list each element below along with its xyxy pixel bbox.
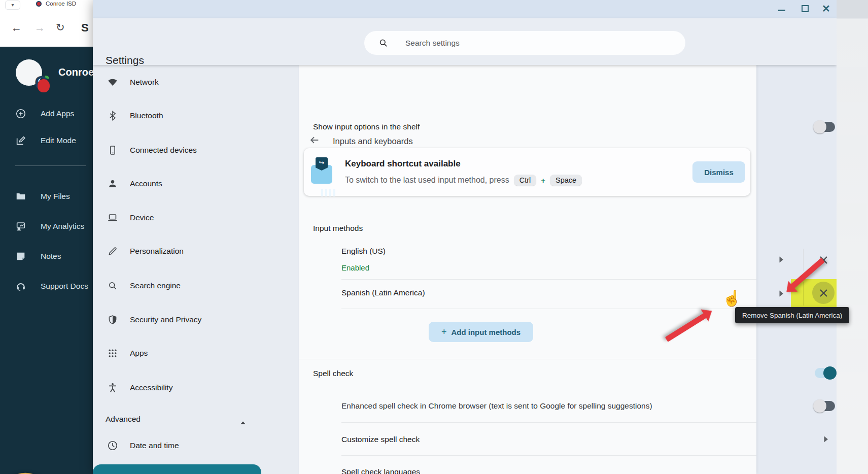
shortcut-description-text: To switch to the last used input method,…	[345, 176, 509, 185]
dismiss-button[interactable]: Dismiss	[692, 161, 745, 183]
sidebar-item-add-apps[interactable]: Add Apps	[0, 103, 93, 125]
minimize-icon[interactable]	[778, 10, 785, 11]
search-bar[interactable]	[364, 31, 685, 55]
pen-icon	[107, 246, 118, 257]
sidebar-item-notes[interactable]: Notes	[0, 245, 93, 267]
nav-label: Bluetooth	[130, 111, 163, 120]
sidebar-item-support-docs[interactable]: Support Docs	[0, 275, 93, 297]
browser-tab[interactable]: Conroe ISD	[46, 1, 76, 7]
browser-forward-button[interactable]: →	[34, 22, 45, 33]
close-x-icon	[819, 289, 828, 297]
folder-icon	[15, 191, 26, 202]
screen: ▾ Conroe ISD ← → ↻ S C Conroe Add Apps E…	[0, 0, 868, 474]
add-input-methods-button[interactable]: + Add input methods	[429, 322, 533, 342]
nav-label: Search engine	[130, 281, 181, 290]
settings-nav-search-engine[interactable]: Search engine	[93, 274, 299, 298]
settings-nav: Network Bluetooth Connected devices Acco…	[93, 65, 299, 474]
section-divider	[299, 359, 756, 359]
settings-header: Settings	[93, 18, 837, 65]
plus-circle-icon	[15, 108, 26, 119]
browser-reload-button[interactable]: ↻	[56, 22, 65, 32]
input-methods-label: Input methods	[313, 224, 363, 233]
person-icon	[107, 178, 118, 189]
search-input[interactable]	[404, 38, 648, 48]
ctrl-keycap: Ctrl	[514, 175, 537, 186]
show-input-options-toggle[interactable]	[815, 122, 835, 132]
settings-window: ✕ Settings Network Bluetooth Connected d…	[93, 0, 837, 474]
sidebar-item-my-files[interactable]: My Files	[0, 185, 93, 208]
life-preserver-image	[0, 464, 62, 474]
browser-chrome: ▾ Conroe ISD ← → ↻ S	[0, 0, 93, 47]
sidebar-item-label: Edit Mode	[41, 136, 76, 145]
settings-nav-accessibility[interactable]: Accessibility	[93, 376, 299, 400]
settings-nav-apps[interactable]: Apps	[93, 341, 299, 365]
address-bar-clipped: S	[81, 21, 93, 37]
desktop-background	[837, 0, 868, 474]
window-titlebar: ✕	[93, 0, 837, 18]
headset-icon	[15, 281, 26, 292]
wifi-icon	[107, 77, 118, 88]
row-divider	[341, 422, 756, 423]
settings-nav-device[interactable]: Device	[93, 206, 299, 230]
chevron-right-icon[interactable]	[779, 256, 784, 265]
tooltip: Remove Spanish (Latin America)	[735, 307, 849, 323]
settings-nav-connected-devices[interactable]: Connected devices	[93, 138, 299, 162]
input-method-spanish[interactable]: Spanish (Latin America)	[341, 288, 425, 297]
tab-favicon-icon	[36, 1, 42, 7]
sidebar-item-label: My Files	[41, 192, 70, 201]
chevron-right-icon[interactable]	[779, 290, 784, 299]
customize-spell-check-row[interactable]: Customize spell check	[341, 435, 420, 444]
subpage-header: Inputs and keyboards	[309, 134, 413, 148]
advanced-label: Advanced	[106, 415, 141, 424]
sidebar-item-label: My Analytics	[41, 222, 84, 231]
row-divider	[341, 279, 756, 280]
tab-search-button[interactable]: ▾	[5, 1, 20, 10]
back-arrow-icon[interactable]	[309, 134, 320, 148]
nav-label: Network	[130, 78, 159, 87]
row-divider	[341, 455, 756, 456]
conroe-brand-title: Conroe	[58, 66, 93, 78]
nav-label: Connected devices	[130, 146, 197, 155]
apps-grid-icon	[107, 348, 118, 359]
row-divider	[341, 309, 756, 309]
shortcut-card: ↪ Keyboard shortcut available To switch …	[304, 148, 750, 196]
enhanced-spell-check-label: Enhanced spell check in Chrome browser (…	[341, 401, 652, 411]
input-method-english[interactable]: English (US)	[341, 247, 386, 256]
sidebar-item-label: Support Docs	[41, 282, 88, 291]
settings-nav-security-privacy[interactable]: Security and Privacy	[93, 308, 299, 332]
advanced-section-toggle[interactable]: Advanced	[93, 407, 299, 431]
settings-nav-personalization[interactable]: Personalization	[93, 239, 299, 263]
magnifier-icon	[107, 280, 118, 291]
plus-icon: +	[441, 327, 447, 337]
settings-nav-network[interactable]: Network	[93, 70, 299, 94]
space-keycap: Space	[550, 175, 582, 186]
sidebar-item-edit-mode[interactable]: Edit Mode	[0, 129, 93, 152]
bluetooth-icon	[107, 110, 118, 121]
maximize-icon[interactable]	[802, 5, 809, 12]
sidebar-divider	[15, 165, 86, 166]
search-icon	[378, 38, 388, 48]
spell-check-toggle[interactable]	[815, 368, 835, 378]
laptop-icon	[107, 212, 118, 223]
settings-nav-date-time[interactable]: Date and time	[93, 433, 299, 458]
accessibility-icon	[107, 382, 118, 393]
settings-nav-accounts[interactable]: Accounts	[93, 172, 299, 196]
sidebar-item-my-analytics[interactable]: My Analytics	[0, 215, 93, 238]
browser-back-button[interactable]: ←	[11, 22, 22, 33]
nav-label: Personalization	[130, 247, 184, 256]
spell-check-languages-row[interactable]: Spell check languages	[341, 467, 420, 474]
hand-cursor-icon: ☝	[722, 289, 741, 307]
enhanced-spell-check-toggle[interactable]	[815, 401, 835, 411]
close-icon[interactable]: ✕	[822, 3, 830, 15]
add-input-methods-label: Add input methods	[451, 328, 520, 336]
remove-spanish-button[interactable]	[813, 283, 834, 303]
english-status: Enabled	[341, 263, 369, 272]
sidebar-item-label: Notes	[41, 252, 61, 261]
plus-separator: +	[541, 176, 545, 185]
chevron-right-icon[interactable]	[823, 435, 828, 445]
edit-pencil-icon	[15, 135, 26, 146]
row-separator	[803, 282, 804, 306]
settings-nav-bluetooth[interactable]: Bluetooth	[93, 104, 299, 128]
smartphone-icon	[107, 145, 118, 156]
page-title: Settings	[106, 54, 144, 66]
